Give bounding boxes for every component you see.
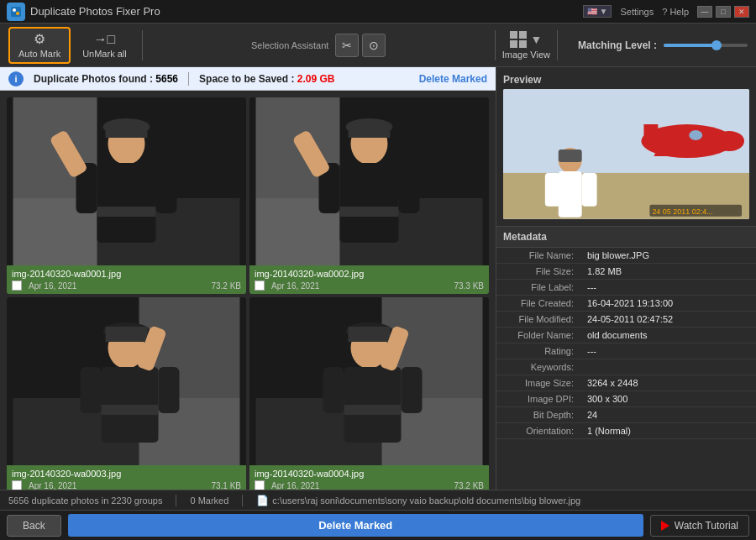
toolbar-right: ▼ Image View — [502, 31, 550, 60]
svg-text:24 05 2011 02:4...: 24 05 2011 02:4... — [652, 207, 712, 216]
auto-mark-icon: ⚙ — [34, 31, 45, 47]
selection-assistant-btn-1[interactable]: ✂ — [335, 34, 359, 57]
delete-marked-link[interactable]: Delete Marked — [419, 73, 487, 85]
image-view-button[interactable]: ▼ Image View — [502, 31, 550, 60]
svg-marker-51 — [654, 139, 704, 156]
photo-item[interactable]: img-20140320-wa0001.jpg Apr 16, 2021 73.… — [7, 97, 246, 294]
status-bar: 5656 duplicate photos in 2230 groups 0 M… — [0, 490, 756, 510]
preview-area: Preview — [496, 67, 756, 226]
metadata-row: File Name:big blower.JPG — [496, 248, 756, 264]
svg-rect-30 — [106, 327, 148, 342]
slider-fill — [664, 44, 718, 47]
metadata-value: big blower.JPG — [580, 248, 756, 264]
photo-checkbox[interactable] — [255, 280, 265, 291]
content-area: i Duplicate Photos found : 5656 Space to… — [0, 67, 756, 490]
photo-date: Apr 16, 2021 — [271, 281, 319, 291]
preview-image: 24 05 2011 02:4... — [503, 89, 749, 219]
photo-filename: img-20140320-wa0002.jpg — [255, 269, 484, 279]
slider-thumb[interactable] — [711, 40, 722, 50]
status-divider-2 — [242, 495, 243, 506]
titlebar-right: 🇺🇸 ▼ Settings ? Help — □ ✕ — [583, 5, 749, 18]
app-icon — [7, 3, 25, 21]
maximize-button[interactable]: □ — [716, 6, 731, 18]
svg-rect-9 — [97, 163, 156, 243]
photo-size: 73.2 KB — [211, 281, 241, 291]
info-icon: i — [8, 71, 24, 87]
svg-rect-58 — [559, 149, 582, 162]
metadata-value: 1 (Normal) — [580, 423, 756, 439]
metadata-key: Image DPI: — [496, 391, 580, 407]
marked-count: 0 Marked — [190, 495, 228, 506]
metadata-key: File Label: — [496, 280, 580, 296]
photo-item[interactable]: img-20140320-wa0004.jpg Apr 16, 2021 73.… — [249, 297, 489, 490]
file-icon: 📄 — [256, 495, 269, 506]
svg-rect-34 — [159, 367, 180, 413]
metadata-key: Rating: — [496, 343, 580, 359]
svg-point-1 — [13, 8, 16, 12]
info-bar: i Duplicate Photos found : 5656 Space to… — [0, 67, 496, 91]
toolbar-divider-3 — [557, 30, 558, 60]
metadata-value: 24-05-2011 02:47:52 — [580, 312, 756, 328]
photos-grid: img-20140320-wa0001.jpg Apr 16, 2021 73.… — [0, 91, 496, 490]
photo-item[interactable]: img-20140320-wa0003.jpg Apr 16, 2021 73.… — [7, 297, 246, 490]
metadata-key: Orientation: — [496, 423, 580, 439]
image-view-label: Image View — [502, 50, 550, 60]
bottom-bar: Back Delete Marked Watch Tutorial — [0, 510, 756, 540]
photo-checkbox[interactable] — [255, 480, 265, 490]
watch-tutorial-button[interactable]: Watch Tutorial — [650, 515, 749, 537]
photo-image-area — [7, 97, 246, 265]
metadata-row: Image Size:3264 x 2448 — [496, 375, 756, 391]
svg-rect-43 — [344, 405, 402, 415]
matching-level-slider[interactable] — [664, 39, 748, 52]
delete-marked-button[interactable]: Delete Marked — [68, 514, 643, 537]
auto-mark-label: Auto Mark — [18, 49, 60, 59]
photos-scroll-area[interactable]: img-20140320-wa0001.jpg Apr 16, 2021 73.… — [0, 91, 496, 490]
space-amount: 2.09 GB — [297, 73, 335, 85]
app-window: Duplicate Photos Fixer Pro 🇺🇸 ▼ Settings… — [0, 0, 756, 540]
settings-link[interactable]: Settings — [620, 7, 654, 17]
unmark-all-button[interactable]: →□ UnMark all — [74, 27, 135, 64]
help-link[interactable]: ? Help — [662, 7, 689, 17]
selection-assistant-btn-2[interactable]: ⊙ — [362, 34, 386, 57]
back-button[interactable]: Back — [7, 515, 61, 537]
svg-rect-19 — [349, 123, 391, 138]
matching-level-section: Matching Level : — [578, 39, 748, 52]
svg-rect-56 — [545, 173, 560, 207]
minimize-button[interactable]: — — [697, 6, 712, 18]
photo-info-bar: img-20140320-wa0004.jpg Apr 16, 2021 73.… — [249, 465, 489, 490]
photo-info-bar: img-20140320-wa0001.jpg Apr 16, 2021 73.… — [7, 265, 246, 294]
titlebar-left: Duplicate Photos Fixer Pro — [7, 3, 160, 21]
toolbar: ⚙ Auto Mark →□ UnMark all Selection Assi… — [0, 24, 756, 67]
svg-point-2 — [16, 12, 19, 15]
photo-image-area — [249, 297, 489, 465]
metadata-key: File Created: — [496, 296, 580, 312]
auto-mark-button[interactable]: ⚙ Auto Mark — [8, 27, 71, 64]
metadata-key: Folder Name: — [496, 328, 580, 343]
duplicate-count: 5656 — [155, 73, 178, 85]
photo-size: 73.1 KB — [211, 481, 241, 490]
language-flag[interactable]: 🇺🇸 ▼ — [583, 5, 612, 18]
metadata-value: 24 — [580, 407, 756, 423]
titlebar: Duplicate Photos Fixer Pro 🇺🇸 ▼ Settings… — [0, 0, 756, 24]
metadata-row: Orientation:1 (Normal) — [496, 423, 756, 439]
toolbar-divider-1 — [142, 30, 143, 60]
selection-assistant-icons: ✂ ⊙ — [335, 34, 386, 57]
info-divider — [188, 72, 189, 86]
watch-tutorial-label: Watch Tutorial — [675, 520, 738, 532]
photo-item[interactable]: img-20140320-wa0002.jpg Apr 16, 2021 73.… — [249, 97, 489, 294]
metadata-row: Image DPI:300 x 300 — [496, 391, 756, 407]
svg-rect-0 — [11, 7, 21, 17]
svg-rect-21 — [340, 207, 399, 217]
metadata-value — [580, 359, 756, 375]
photo-filename: img-20140320-wa0004.jpg — [255, 469, 484, 479]
photo-image-area — [249, 97, 489, 265]
svg-rect-55 — [559, 171, 582, 218]
unmark-all-icon: →□ — [94, 32, 116, 47]
svg-rect-32 — [102, 405, 159, 415]
close-button[interactable]: ✕ — [734, 6, 749, 18]
metadata-table: File Name:big blower.JPGFile Size:1.82 M… — [496, 248, 756, 439]
photo-checkbox[interactable] — [12, 480, 22, 490]
play-icon — [661, 521, 669, 531]
photo-checkbox[interactable] — [12, 280, 22, 291]
file-path: 📄 c:\users\raj soni\documents\sony vaio … — [256, 495, 580, 506]
